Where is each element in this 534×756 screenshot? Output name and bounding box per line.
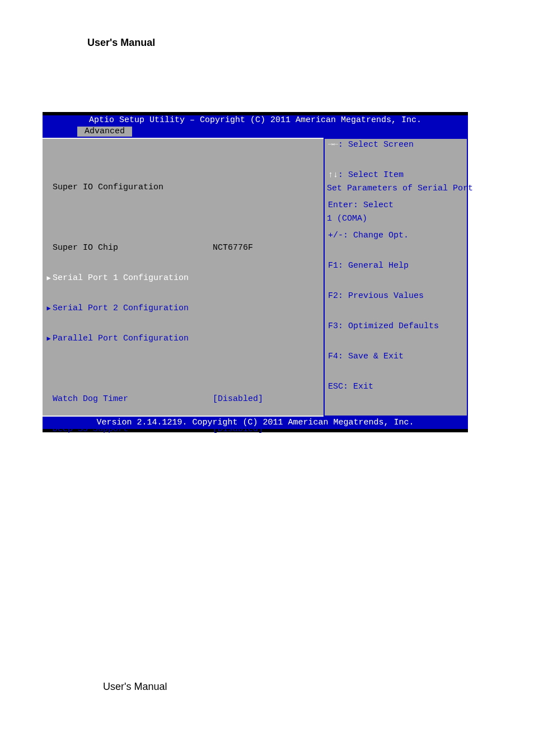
triangle-icon xyxy=(45,334,53,344)
bios-left-pane: Super IO Configuration Super IO ChipNCT6… xyxy=(43,138,324,417)
triangle-icon xyxy=(45,273,53,283)
submenu-serial-port-1[interactable]: Serial Port 1 Configuration xyxy=(45,273,319,283)
submenu-serial-port-2[interactable]: Serial Port 2 Configuration xyxy=(45,304,319,314)
nav-esc: ESC: Exit xyxy=(328,382,463,392)
bios-footer-bar: Version 2.14.1219. Copyright (C) 2011 Am… xyxy=(43,417,468,429)
nav-f3: F3: Optimized Defaults xyxy=(328,321,463,332)
nav-f4: F4: Save & Exit xyxy=(328,352,463,362)
submenu-parallel-port[interactable]: Parallel Port Configuration xyxy=(45,334,319,344)
option-watch-dog-timer[interactable]: Watch Dog Timer[Disabled] xyxy=(45,394,319,404)
super-io-chip-row: Super IO ChipNCT6776F xyxy=(45,243,319,253)
bios-help-pane: Set Parameters of Serial Port 1 (COMA) →… xyxy=(324,138,468,417)
nav-change-opt: +/-: Change Opt. xyxy=(328,231,463,241)
triangle-icon xyxy=(45,304,53,314)
nav-f1: F1: General Help xyxy=(328,261,463,271)
nav-f2: F2: Previous Values xyxy=(328,291,463,301)
manual-page: User's Manual Aptio Setup Utility – Copy… xyxy=(0,0,534,756)
nav-enter: Enter: Select xyxy=(328,200,463,211)
page-header: User's Manual xyxy=(87,37,155,49)
page-footer: User's Manual xyxy=(103,681,167,693)
bios-content: Super IO Configuration Super IO ChipNCT6… xyxy=(43,138,468,417)
section-heading: Super IO Configuration xyxy=(45,183,319,193)
tab-advanced[interactable]: Advanced xyxy=(77,127,132,137)
nav-select-screen: →←: Select Screen xyxy=(328,140,463,150)
bios-screenshot: Aptio Setup Utility – Copyright (C) 2011… xyxy=(43,112,468,432)
nav-select-item: ↑↓: Select Item xyxy=(328,170,463,180)
